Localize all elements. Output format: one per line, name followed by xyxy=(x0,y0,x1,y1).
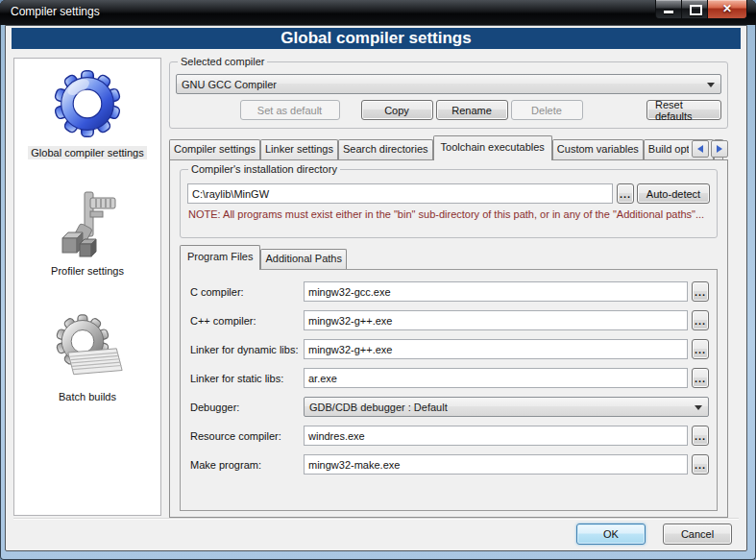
field-label: Linker for dynamic libs: xyxy=(190,344,304,355)
installation-directory-input[interactable] xyxy=(187,183,613,204)
field-row-cpp-compiler: C++ compiler: ... xyxy=(190,310,709,330)
field-row-dynamic-linker: Linker for dynamic libs: ... xyxy=(190,339,709,359)
field-row-c-compiler: C compiler: ... xyxy=(190,281,709,302)
program-files-page: C compiler: ... C++ compiler: ... Linker… xyxy=(180,269,718,511)
tab-toolchain-executables[interactable]: Toolchain executables xyxy=(433,135,552,160)
compiler-buttons-row: Set as default Copy Rename Delete Reset … xyxy=(176,100,721,120)
sidebar-item-label: Global compiler settings xyxy=(28,146,146,159)
browse-make-program-button[interactable]: ... xyxy=(692,454,709,475)
bin-subdirectory-note: NOTE: All programs must exist either in … xyxy=(188,208,709,220)
debugger-select[interactable]: GDB/CDB debugger : Default xyxy=(304,397,709,417)
compiler-select[interactable]: GNU GCC Compiler xyxy=(176,74,721,94)
sidebar-item-profiler-settings[interactable]: Profiler settings xyxy=(48,190,127,278)
footer-divider xyxy=(13,518,739,519)
delete-button[interactable]: Delete xyxy=(511,100,583,120)
rename-button[interactable]: Rename xyxy=(436,100,508,120)
ok-button[interactable]: OK xyxy=(576,523,646,545)
tab-custom-variables[interactable]: Custom variables xyxy=(552,139,644,159)
arrow-right-icon xyxy=(717,145,722,153)
auto-detect-button[interactable]: Auto-detect xyxy=(637,183,710,204)
tab-scroll-right-button[interactable] xyxy=(711,140,728,158)
program-files-tab-strip: Program Files Additional Paths xyxy=(180,246,727,269)
reset-defaults-button[interactable]: Reset defaults xyxy=(646,100,721,120)
settings-category-sidebar: Global compiler settings xyxy=(13,58,161,516)
field-label: Resource compiler: xyxy=(190,430,304,442)
compiler-select-value: GNU GCC Compiler xyxy=(182,79,277,90)
maximize-icon xyxy=(690,5,702,15)
sidebar-item-batch-builds[interactable]: Batch builds xyxy=(47,310,128,403)
dynamic-linker-input[interactable] xyxy=(304,339,688,359)
make-program-input[interactable] xyxy=(304,454,688,475)
tab-scroll-left-button[interactable] xyxy=(692,140,709,158)
tab-compiler-settings[interactable]: Compiler settings xyxy=(169,139,260,159)
sidebar-item-global-compiler-settings[interactable]: Global compiler settings xyxy=(28,66,146,159)
field-label: Debugger: xyxy=(190,402,304,413)
sidebar-item-label: Batch builds xyxy=(56,390,119,403)
close-button[interactable]: ✕ xyxy=(708,0,747,19)
close-icon: ✕ xyxy=(708,2,746,15)
field-row-resource-compiler: Resource compiler: ... xyxy=(190,426,709,446)
tab-scroll-buttons xyxy=(689,140,728,158)
browse-dynamic-linker-button[interactable]: ... xyxy=(692,339,709,359)
field-label: C++ compiler: xyxy=(190,315,304,327)
maximize-button[interactable] xyxy=(682,0,708,19)
field-label: Linker for static libs: xyxy=(190,373,304,384)
debugger-select-value: GDB/CDB debugger : Default xyxy=(309,402,448,413)
installation-directory-group: Compiler's installation directory ... Au… xyxy=(180,169,718,238)
resource-compiler-input[interactable] xyxy=(304,426,688,446)
main-panel: Selected compiler GNU GCC Compiler Set a… xyxy=(169,58,728,518)
field-row-debugger: Debugger: GDB/CDB debugger : Default xyxy=(190,397,709,417)
browse-c-compiler-button[interactable]: ... xyxy=(692,281,709,302)
minimize-icon xyxy=(664,11,673,13)
subtab-program-files[interactable]: Program Files xyxy=(180,245,260,270)
window-frame: Compiler settings ✕ Global compiler sett… xyxy=(0,0,756,560)
field-row-make-program: Make program: ... xyxy=(190,454,709,475)
blue-gear-icon xyxy=(50,66,125,141)
cancel-button[interactable]: Cancel xyxy=(663,523,732,545)
dialog-body: Global compiler settings xyxy=(5,25,747,551)
chevron-down-icon xyxy=(695,405,702,410)
minimize-button[interactable] xyxy=(655,0,682,19)
browse-resource-compiler-button[interactable]: ... xyxy=(692,426,709,446)
settings-tab-strip: Compiler settings Linker settings Search… xyxy=(169,134,728,159)
c-compiler-input[interactable] xyxy=(304,281,688,302)
static-linker-input[interactable] xyxy=(304,368,688,388)
installation-directory-row: ... Auto-detect xyxy=(187,183,710,204)
set-as-default-button[interactable]: Set as default xyxy=(240,100,340,120)
copy-button[interactable]: Copy xyxy=(361,100,433,120)
browse-static-linker-button[interactable]: ... xyxy=(692,368,709,388)
gray-gear-stack-icon xyxy=(47,310,128,385)
tab-linker-settings[interactable]: Linker settings xyxy=(260,139,338,159)
toolchain-executables-page: Compiler's installation directory ... Au… xyxy=(169,159,728,518)
title-bar[interactable]: Compiler settings ✕ xyxy=(0,0,756,25)
subtab-additional-paths[interactable]: Additional Paths xyxy=(260,249,347,269)
cpp-compiler-input[interactable] xyxy=(304,310,688,330)
selected-compiler-group: Selected compiler GNU GCC Compiler Set a… xyxy=(169,61,728,129)
browse-cpp-compiler-button[interactable]: ... xyxy=(692,310,709,330)
caliper-icon xyxy=(53,190,122,259)
field-label: C compiler: xyxy=(190,286,304,298)
window-controls: ✕ xyxy=(655,0,747,19)
arrow-left-icon xyxy=(697,145,703,153)
browse-directory-button[interactable]: ... xyxy=(617,183,634,204)
installation-directory-label: Compiler's installation directory xyxy=(188,163,340,175)
field-label: Make program: xyxy=(190,459,304,471)
chevron-down-icon xyxy=(707,83,715,87)
page-title: Global compiler settings xyxy=(12,28,741,49)
window-title: Compiler settings xyxy=(11,5,100,18)
sidebar-item-label: Profiler settings xyxy=(48,264,127,278)
tab-search-directories[interactable]: Search directories xyxy=(338,139,433,159)
selected-compiler-group-label: Selected compiler xyxy=(178,56,267,67)
field-row-static-linker: Linker for static libs: ... xyxy=(190,368,709,388)
